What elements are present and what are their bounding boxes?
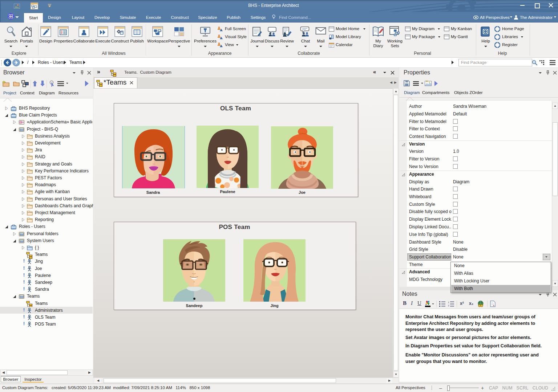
svg-text:1: 1 (448, 301, 449, 303)
svg-text:2: 2 (448, 305, 449, 307)
